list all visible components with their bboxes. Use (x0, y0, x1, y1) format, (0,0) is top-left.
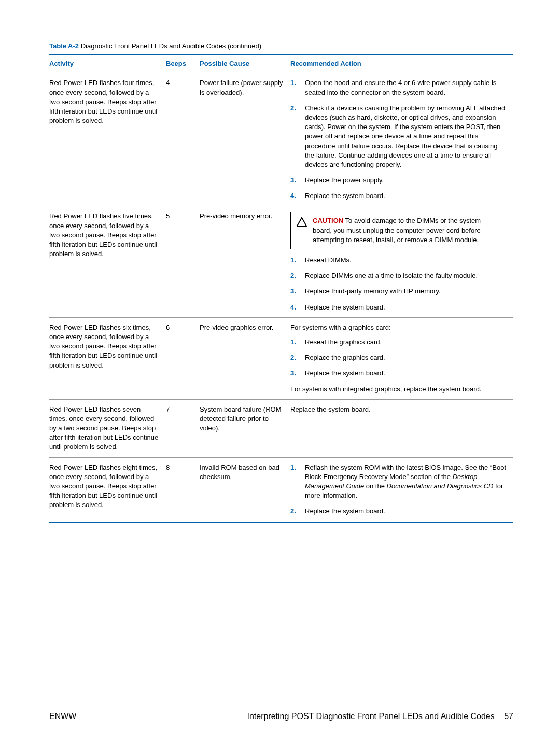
action-number: 3. (290, 176, 298, 185)
action-text: Replace the system board. (305, 507, 385, 516)
action-number: 1. (290, 78, 298, 97)
cell-activity: Red Power LED flashes six times, once ev… (49, 317, 166, 399)
table-row: Red Power LED flashes six times, once ev… (49, 317, 513, 399)
cell-activity: Red Power LED flashes five times, once e… (49, 206, 166, 317)
cell-cause: Pre-video graphics error. (200, 317, 290, 399)
action-number: 1. (290, 338, 298, 347)
cell-beeps: 7 (166, 399, 200, 457)
action-item: 1.Reflash the system ROM with the latest… (290, 463, 507, 501)
cell-beeps: 5 (166, 206, 200, 317)
caution-label: CAUTION (313, 217, 343, 224)
action-number: 2. (290, 353, 298, 362)
action-text: Replace DIMMs one at a time to isolate t… (305, 271, 478, 280)
table-row: Red Power LED flashes seven times, once … (49, 399, 513, 457)
action-plain: Replace the system board. (290, 405, 507, 414)
action-text: Replace the system board. (305, 303, 385, 312)
cell-beeps: 4 (166, 73, 200, 206)
cell-beeps: 8 (166, 457, 200, 522)
table-row: Red Power LED flashes four times, once e… (49, 73, 513, 206)
footer-right: Interpreting POST Diagnostic Front Panel… (247, 711, 513, 722)
header-activity: Activity (49, 54, 166, 73)
action-pretext: For systems with a graphics card: (290, 323, 507, 332)
diagnostic-table: Activity Beeps Possible Cause Recommende… (49, 54, 513, 522)
action-number: 3. (290, 369, 298, 378)
cell-action: CAUTION To avoid damage to the DIMMs or … (290, 206, 513, 317)
action-text: Reseat the graphics card. (305, 338, 382, 347)
action-number: 4. (290, 191, 298, 201)
action-item: 2.Replace the graphics card. (290, 353, 507, 362)
action-list: 1.Open the hood and ensure the 4 or 6-wi… (290, 78, 507, 201)
action-number: 1. (290, 463, 298, 501)
action-number: 2. (290, 507, 298, 516)
action-text: Replace the system board. (305, 369, 385, 378)
table-row: Red Power LED flashes eight times, once … (49, 457, 513, 522)
action-item: 1.Open the hood and ensure the 4 or 6-wi… (290, 78, 507, 97)
action-list: 1.Reflash the system ROM with the latest… (290, 463, 507, 516)
footer-left: ENWW (49, 711, 76, 722)
cell-activity: Red Power LED flashes seven times, once … (49, 399, 166, 457)
action-list: 1.Reseat the graphics card.2.Replace the… (290, 338, 507, 378)
cell-action: For systems with a graphics card:1.Resea… (290, 317, 513, 399)
action-item: 3.Replace the system board. (290, 369, 507, 378)
table-caption-rest: Diagnostic Front Panel LEDs and Audible … (79, 42, 261, 50)
cell-cause: Power failure (power supply is overloade… (200, 73, 290, 206)
action-list: 1.Reseat DIMMs.2.Replace DIMMs one at a … (290, 256, 507, 312)
action-item: 4.Replace the system board. (290, 191, 507, 201)
action-number: 2. (290, 104, 298, 170)
cell-action: 1.Open the hood and ensure the 4 or 6-wi… (290, 73, 513, 206)
action-item: 3.Replace third-party memory with HP mem… (290, 287, 507, 296)
table-caption: Table A-2 Diagnostic Front Panel LEDs an… (49, 41, 513, 51)
action-item: 3.Replace the power supply. (290, 176, 507, 185)
caution-box: CAUTION To avoid damage to the DIMMs or … (290, 212, 507, 249)
footer-page-number: 57 (504, 712, 513, 721)
action-posttext: For systems with integrated graphics, re… (290, 385, 507, 394)
action-item: 2.Check if a device is causing the probl… (290, 104, 507, 170)
table-row: Red Power LED flashes five times, once e… (49, 206, 513, 317)
cell-action: Replace the system board. (290, 399, 513, 457)
footer-title: Interpreting POST Diagnostic Front Panel… (247, 712, 494, 721)
cell-action: 1.Reflash the system ROM with the latest… (290, 457, 513, 522)
action-text: Check if a device is causing the problem… (305, 104, 507, 170)
action-text: Open the hood and ensure the 4 or 6-wire… (305, 78, 507, 97)
caution-content: CAUTION To avoid damage to the DIMMs or … (313, 216, 501, 245)
action-text: Replace the system board. (305, 191, 385, 201)
cell-cause: Invalid ROM based on bad checksum. (200, 457, 290, 522)
action-number: 1. (290, 256, 298, 265)
cell-activity: Red Power LED flashes four times, once e… (49, 73, 166, 206)
cell-beeps: 6 (166, 317, 200, 399)
cell-activity: Red Power LED flashes eight times, once … (49, 457, 166, 522)
cell-cause: System board failure (ROM detected failu… (200, 399, 290, 457)
action-number: 4. (290, 303, 298, 312)
header-beeps: Beeps (166, 54, 200, 73)
action-item: 1.Reseat the graphics card. (290, 338, 507, 347)
action-item: 2.Replace the system board. (290, 507, 507, 516)
page-footer: ENWW Interpreting POST Diagnostic Front … (49, 711, 513, 722)
action-text: Replace third-party memory with HP memor… (305, 287, 441, 296)
action-number: 3. (290, 287, 298, 296)
action-item: 2.Replace DIMMs one at a time to isolate… (290, 271, 507, 280)
action-text: Replace the graphics card. (305, 353, 385, 362)
action-text: Reflash the system ROM with the latest B… (305, 463, 507, 501)
header-cause: Possible Cause (200, 54, 290, 73)
header-action: Recommended Action (290, 54, 513, 73)
action-item: 4.Replace the system board. (290, 303, 507, 312)
cell-cause: Pre-video memory error. (200, 206, 290, 317)
action-number: 2. (290, 271, 298, 280)
action-item: 1.Reseat DIMMs. (290, 256, 507, 265)
action-text: Reseat DIMMs. (305, 256, 352, 265)
action-text: Replace the power supply. (305, 176, 384, 185)
caution-triangle-icon (296, 216, 307, 228)
table-number: Table A-2 (49, 42, 79, 50)
